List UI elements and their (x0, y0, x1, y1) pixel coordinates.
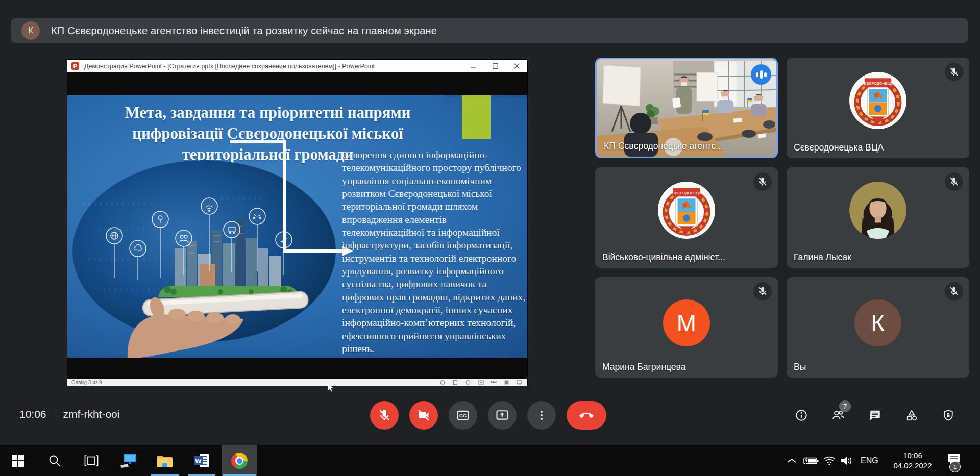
notes-icon[interactable] (440, 380, 446, 385)
people-button[interactable]: 7 (831, 409, 845, 422)
wifi-icon[interactable] (823, 445, 836, 476)
task-view-button[interactable] (75, 445, 108, 476)
mic-off-icon (945, 172, 963, 191)
presentation-banner: К КП Сєвєродонецьке агентство інвестицій… (11, 18, 968, 43)
banner-avatar-initial: К (28, 26, 33, 36)
avatar-initial: М (677, 309, 696, 337)
city-coat-of-arms: СЄВЄРОДОНЕЦЬК (658, 182, 715, 239)
file-explorer-button[interactable] (148, 445, 182, 476)
emblem-avatar: СЄВЄРОДОНЕЦЬК (849, 72, 906, 129)
battery-icon[interactable] (803, 445, 819, 476)
powerpoint-app-icon: P (71, 62, 79, 70)
meeting-clock: 10:06 (19, 408, 46, 420)
participant-tile-military-civil-admin[interactable]: СЄВЄРОДОНЕЦЬК Військово-цивільна адмініс… (595, 167, 778, 268)
avatar-initial: К (871, 309, 885, 337)
participant-name: Військово-цивільна адмініст... (602, 252, 725, 263)
activities-button[interactable] (905, 409, 918, 422)
tray-chevron-up[interactable] (786, 445, 797, 476)
tray-time: 10:06 (893, 450, 932, 461)
smart-city-hand-illustration: 0 1 1 0 1 0 0 1 1 0 1 0 1 1 0 0 1 0 1 1 … (67, 144, 346, 358)
reading-view-icon[interactable] (504, 380, 509, 385)
slide-sorter-icon[interactable] (491, 380, 497, 385)
cc-label: CC (459, 413, 467, 418)
slide-body-text: Створення єдиного інформаційно-телекомун… (342, 148, 527, 356)
slide-accent-rectangle (462, 95, 491, 139)
svg-text:0 0 1 1 0 1 0 1: 0 0 1 1 0 1 0 1 (220, 196, 262, 201)
close-button[interactable] (506, 60, 527, 72)
participant-tile-vca[interactable]: СЄВЄРОДОНЕЦЬК Сєвєродонецька ВЦА (787, 58, 969, 158)
svg-text:0 1 1 0 1 0 0 1 1 0 1 0 1: 0 1 1 0 1 0 0 1 1 0 1 0 1 (83, 201, 152, 206)
emblem-avatar: СЄВЄРОДОНЕЦЬК (658, 182, 715, 239)
participant-tile-galina-lysak[interactable]: Галина Лысак (787, 167, 969, 268)
meeting-info: 10:06 zmf-rkht-ooi (19, 408, 119, 420)
participant-tile-you[interactable]: К Вы (787, 277, 969, 378)
participant-name: Сєвєродонецька ВЦА (794, 142, 884, 153)
camera-off-button[interactable] (409, 401, 438, 430)
svg-text:0 1 0 1 1 0 1 0 1 1 0 0 1: 0 1 0 1 1 0 1 0 1 1 0 0 1 (88, 257, 157, 262)
participants-count-badge: 7 (839, 400, 851, 412)
speaking-indicator-icon (751, 64, 771, 85)
meeting-side-controls: 7 (795, 409, 955, 422)
search-button[interactable] (38, 445, 71, 476)
powerpoint-window-title: Демонстрация PowerPoint - [Стратегия.ppt… (84, 63, 375, 70)
participant-name: Вы (794, 362, 806, 372)
letter-avatar: М (663, 299, 710, 346)
mic-off-button[interactable] (370, 401, 399, 430)
windows-taskbar: W ENG 10:06 (0, 445, 980, 476)
slide-indicator: Слайд 3 из 9 (71, 380, 102, 385)
zoom-icon[interactable] (465, 380, 471, 385)
svg-text:СЄВЄРОДОНЕЦЬК: СЄВЄРОДОНЕЦЬК (670, 191, 704, 195)
chrome-icon (231, 453, 248, 469)
mic-off-icon (945, 282, 963, 300)
notification-center-button[interactable]: 1 (945, 445, 966, 476)
letter-avatar: К (854, 299, 901, 346)
captions-button[interactable]: CC (449, 401, 477, 430)
start-button[interactable] (1, 445, 35, 476)
slideshow-view-icon[interactable] (517, 380, 522, 385)
city-coat-of-arms: СЄВЄРОДОНЕЦЬК (849, 72, 906, 129)
volume-icon[interactable] (840, 445, 853, 476)
participant-name: КП Сєвєродонецьке агентс... (604, 141, 723, 152)
notification-count-badge: 1 (949, 461, 961, 472)
mic-off-icon (945, 63, 963, 81)
participant-tile-marina-bagrintseva[interactable]: М Марина Багринцева (595, 277, 778, 378)
computer-button[interactable] (111, 445, 145, 476)
svg-text:СЄВЄРОДОНЕЦЬК: СЄВЄРОДОНЕЦЬК (861, 81, 895, 86)
call-controls: CC (370, 401, 606, 430)
powerpoint-slideshow-area[interactable]: Мета, завдання та пріоритетні напрями ци… (67, 72, 527, 379)
tray-date: 04.02.2022 (893, 461, 932, 471)
present-button[interactable] (488, 401, 517, 430)
minimize-button[interactable] (463, 60, 484, 72)
normal-view-icon[interactable] (478, 380, 484, 385)
banner-avatar: К (21, 21, 40, 40)
tray-clock[interactable]: 10:06 04.02.2022 (887, 445, 938, 476)
language-indicator[interactable]: ENG (861, 445, 878, 476)
comments-icon[interactable] (453, 380, 458, 385)
participant-name: Галина Лысак (794, 252, 851, 263)
chat-button[interactable] (868, 409, 881, 422)
participant-tile-kp-agency[interactable]: КП Сєвєродонецьке агентс... (595, 58, 778, 158)
svg-text:W: W (195, 457, 202, 465)
photo-avatar (849, 182, 906, 239)
host-controls-button[interactable] (942, 409, 955, 422)
chrome-button[interactable] (222, 445, 257, 476)
powerpoint-titlebar[interactable]: P Демонстрация PowerPoint - [Стратегия.p… (67, 60, 527, 72)
maximize-button[interactable] (484, 60, 506, 72)
google-meet-screen: К КП Сєвєродонецьке агентство інвестицій… (0, 0, 980, 476)
banner-message: КП Сєвєродонецьке агентство інвестицій т… (51, 25, 437, 37)
mic-off-icon (753, 172, 772, 191)
divider (55, 408, 55, 420)
slide: Мета, завдання та пріоритетні напрями ци… (67, 95, 527, 358)
woman-portrait (849, 182, 906, 239)
powerpoint-status-bar: Слайд 3 из 9 (67, 379, 527, 386)
participant-name: Марина Багринцева (602, 362, 685, 372)
more-options-button[interactable] (527, 401, 556, 430)
word-button[interactable]: W (185, 445, 218, 476)
end-call-button[interactable] (567, 401, 606, 430)
info-button[interactable] (795, 409, 808, 422)
shared-powerpoint-window[interactable]: P Демонстрация PowerPoint - [Стратегия.p… (67, 60, 527, 386)
mic-off-icon (753, 282, 772, 300)
meeting-code: zmf-rkht-ooi (63, 408, 120, 420)
svg-text:1 1 0 0 1 0 1 1 0 0 1 0: 1 1 0 0 1 0 1 1 0 0 1 0 (103, 288, 167, 293)
